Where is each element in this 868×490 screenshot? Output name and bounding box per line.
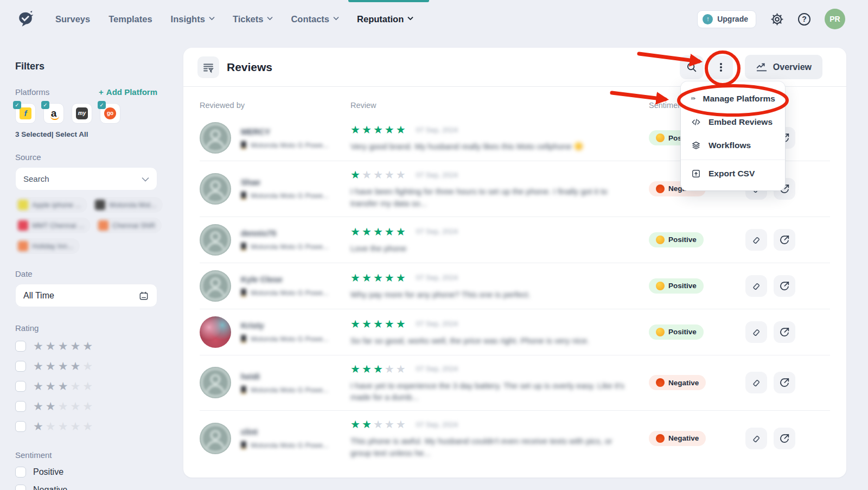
review-date: 07 Sep, 2024 bbox=[416, 171, 458, 179]
checkbox[interactable] bbox=[15, 341, 26, 352]
tag-icon bbox=[18, 200, 28, 210]
makemytrip-icon: my bbox=[76, 107, 88, 119]
search-button[interactable] bbox=[680, 55, 704, 79]
nav-item-insights[interactable]: Insights bbox=[171, 0, 214, 38]
menu-item-manage-platforms[interactable]: Manage Platforms bbox=[681, 87, 785, 110]
table-row[interactable]: Kyle Close Motorola Moto G Powe... ★★★★★… bbox=[200, 263, 830, 309]
nav-item-tickets[interactable]: Tickets bbox=[233, 0, 273, 38]
product-label: Motorola Moto G Powe... bbox=[241, 289, 329, 297]
rating-filter-3[interactable]: ★★★★★ bbox=[15, 380, 170, 393]
sentiment-emoji-icon bbox=[656, 378, 665, 387]
rating-filter-4[interactable]: ★★★★★ bbox=[15, 360, 170, 373]
open-review-button[interactable] bbox=[774, 428, 795, 449]
create-ticket-button[interactable] bbox=[745, 321, 767, 343]
tag-icon bbox=[18, 241, 28, 251]
phone-icon bbox=[241, 335, 246, 343]
product-label: Motorola Moto G Powe... bbox=[241, 441, 329, 449]
tag-icon bbox=[98, 220, 108, 231]
nav-item-reputation[interactable]: Reputation bbox=[357, 0, 413, 38]
platform-flipkart[interactable]: ✓ f bbox=[15, 103, 36, 124]
review-text: Why pay more for any phone? This one is … bbox=[350, 289, 624, 301]
reviewer-name: heidi bbox=[241, 372, 329, 381]
table-row[interactable]: dennis75 Motorola Moto G Powe... ★★★★★07… bbox=[200, 217, 830, 263]
phone-icon bbox=[241, 289, 246, 297]
source-tag[interactable]: Holiday Inn... bbox=[15, 238, 80, 254]
reviewer-avatar bbox=[200, 224, 231, 256]
platform-makemytrip[interactable]: ✓ my bbox=[72, 103, 92, 124]
checkbox[interactable] bbox=[15, 467, 26, 478]
settings-gear-icon[interactable] bbox=[770, 12, 784, 26]
sentiment-filter-positive[interactable]: Positive bbox=[15, 467, 170, 478]
review-date: 07 Sep, 2024 bbox=[416, 273, 458, 282]
chevron-down-icon bbox=[209, 16, 214, 22]
add-platform-button[interactable]: + Add Platform bbox=[99, 87, 157, 97]
rating-filter-1[interactable]: ★★★★★ bbox=[15, 420, 170, 433]
checkbox[interactable] bbox=[15, 381, 26, 392]
checkbox[interactable] bbox=[15, 421, 26, 432]
open-review-button[interactable] bbox=[774, 275, 795, 297]
nav-item-contacts[interactable]: Contacts bbox=[291, 0, 339, 38]
app-logo-icon[interactable] bbox=[15, 9, 36, 29]
share-icon bbox=[778, 377, 790, 389]
create-ticket-button[interactable] bbox=[745, 428, 767, 449]
source-tag[interactable]: Apple iphone ... bbox=[15, 197, 87, 213]
nav-item-templates[interactable]: Templates bbox=[108, 0, 152, 38]
reviewer-name: dennis75 bbox=[241, 228, 329, 238]
create-ticket-button[interactable] bbox=[745, 372, 767, 393]
table-row[interactable]: heidi Motorola Moto G Powe... ★★★★★07 Se… bbox=[200, 355, 830, 411]
ticket-icon bbox=[750, 280, 762, 292]
product-label: Motorola Moto G Powe... bbox=[241, 141, 329, 149]
chevron-down-icon bbox=[267, 16, 272, 22]
review-text: Very good brand. My husband really likes… bbox=[350, 141, 624, 152]
upgrade-button[interactable]: ↑ Upgrade bbox=[697, 10, 756, 28]
ticket-icon bbox=[750, 234, 762, 246]
review-text: This phone is awful. My husband couldn't… bbox=[350, 435, 624, 459]
table-row[interactable]: Kristy Motorola Moto G Powe... ★★★★★07 S… bbox=[200, 309, 830, 355]
review-date: 07 Sep, 2024 bbox=[416, 421, 458, 429]
menu-item-workflows[interactable]: Workflows bbox=[681, 133, 785, 157]
help-icon[interactable]: ? bbox=[798, 13, 810, 26]
menu-item-export-csv[interactable]: Export CSV bbox=[681, 160, 785, 185]
create-ticket-button[interactable] bbox=[745, 229, 767, 251]
rating-filter-5[interactable]: ★★★★★ bbox=[15, 340, 170, 353]
select-all-link[interactable]: Select All bbox=[55, 130, 88, 138]
check-icon: ✓ bbox=[98, 101, 106, 109]
page-title: Reviews bbox=[227, 61, 272, 74]
review-text: I have yet to experience the 3 day batte… bbox=[350, 380, 624, 404]
overview-button[interactable]: Overview bbox=[745, 55, 822, 79]
open-review-button[interactable] bbox=[774, 321, 795, 343]
reviewer-name: Kyle Close bbox=[241, 275, 329, 284]
checkbox[interactable] bbox=[15, 485, 26, 490]
user-avatar[interactable]: PR bbox=[825, 9, 845, 29]
product-label: Motorola Moto G Powe... bbox=[241, 243, 329, 251]
sentiment-filter-negative[interactable]: Negative bbox=[15, 485, 170, 490]
source-tag[interactable]: Chennai SNR bbox=[95, 218, 162, 233]
open-review-button[interactable] bbox=[774, 229, 795, 251]
source-label: Source bbox=[15, 152, 170, 162]
more-options-button[interactable] bbox=[709, 55, 733, 79]
checkbox[interactable] bbox=[15, 401, 26, 412]
reviewer-avatar bbox=[200, 173, 231, 205]
phone-icon bbox=[241, 243, 246, 251]
platform-amazon[interactable]: ✓ a bbox=[43, 103, 64, 124]
nav-item-surveys[interactable]: Surveys bbox=[55, 0, 90, 38]
sentiment-emoji-icon bbox=[656, 434, 665, 443]
checkbox[interactable] bbox=[15, 361, 26, 372]
rating-filter-2[interactable]: ★★★★★ bbox=[15, 400, 170, 413]
platform-tiles: ✓ f ✓ a ✓ my ✓ go bbox=[15, 103, 170, 124]
source-tag[interactable]: MMT Chennai ... bbox=[15, 218, 91, 233]
date-range-select[interactable]: All Time bbox=[15, 284, 157, 307]
create-ticket-button[interactable] bbox=[745, 275, 767, 297]
reviewer-name: Kristy bbox=[241, 321, 329, 330]
table-row[interactable]: clint Motorola Moto G Powe... ★★★★★07 Se… bbox=[200, 410, 830, 466]
platform-goibibo[interactable]: ✓ go bbox=[100, 103, 120, 124]
open-review-button[interactable] bbox=[774, 372, 795, 393]
menu-item-embed-reviews[interactable]: Embed Reviews bbox=[681, 110, 785, 133]
source-tag[interactable]: Motorola Mot... bbox=[92, 197, 163, 213]
sentiment-emoji-icon bbox=[656, 328, 665, 336]
amazon-icon: a bbox=[51, 110, 57, 117]
sentiment-emoji-icon bbox=[656, 236, 665, 244]
phone-icon bbox=[241, 441, 246, 449]
top-navigation-bar: Surveys Templates Insights Tickets Conta… bbox=[0, 0, 868, 38]
source-search-select[interactable]: Search bbox=[15, 167, 157, 190]
